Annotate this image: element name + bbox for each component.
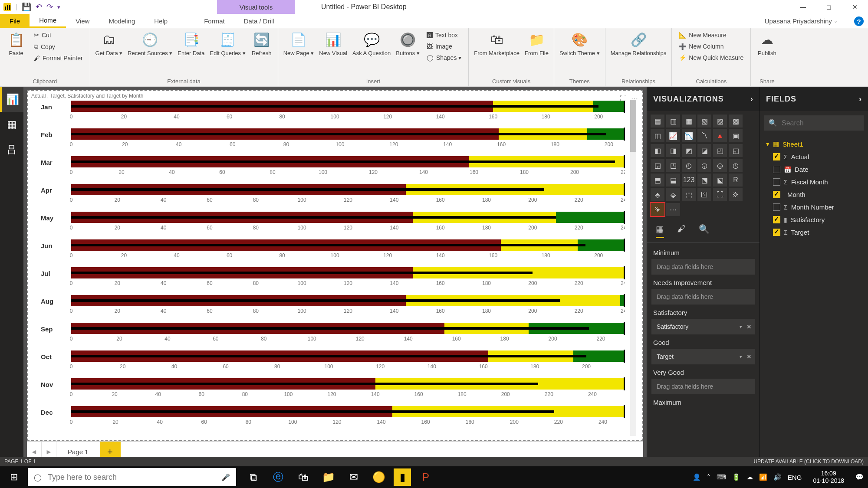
copy-button[interactable]: ⧉ Copy [32, 42, 85, 51]
field-checkbox[interactable] [773, 229, 780, 236]
vis-type-5[interactable]: ▩ [729, 115, 743, 128]
analytics-tab-icon[interactable]: 🔍 [699, 224, 710, 238]
vis-type-35[interactable]: ⛭ [729, 188, 743, 201]
tab-home[interactable]: Home [30, 14, 66, 28]
vis-type-24[interactable]: ⬒ [651, 174, 664, 187]
notifications-icon[interactable]: 💬 [855, 473, 864, 481]
collapse-fields-icon[interactable]: › [859, 95, 862, 104]
language-indicator[interactable]: ENG [788, 474, 802, 481]
vis-type-6[interactable]: ◫ [651, 129, 664, 142]
from-marketplace-button[interactable]: 🛍From Marketplace [474, 31, 519, 56]
start-button[interactable]: ⊞ [0, 466, 28, 488]
edit-queries-button[interactable]: 🧾Edit Queries ▾ [210, 31, 246, 56]
field-month-number[interactable]: ΣMonth Number [764, 201, 864, 213]
signed-in-user[interactable]: Upasana Priyadarshiny ⌄ [765, 14, 838, 28]
field-checkbox[interactable] [773, 166, 780, 173]
field-checkbox[interactable] [773, 203, 780, 211]
powerpoint-icon[interactable]: P [413, 466, 438, 488]
well-good-remove[interactable]: ✕ [746, 353, 752, 360]
task-view-icon[interactable]: ⧉ [240, 466, 266, 488]
vis-type-4[interactable]: ▨ [713, 115, 727, 128]
fields-well-tab[interactable]: ▦ [656, 224, 664, 238]
field-checkbox[interactable] [773, 191, 780, 198]
vis-type-17[interactable]: ◱ [729, 144, 743, 157]
paste-button[interactable]: 📋Paste [5, 31, 27, 56]
buttons-button[interactable]: 🔘Buttons ▾ [396, 31, 420, 56]
qat-customize-icon[interactable]: ▾ [57, 4, 60, 10]
well-needs-drop[interactable]: Drag data fields here [651, 289, 755, 305]
vis-type-28[interactable]: ⬕ [713, 174, 727, 187]
from-file-button[interactable]: 📁From File [525, 31, 549, 56]
new-measure-button[interactable]: 📐 New Measure [677, 31, 745, 39]
well-verygood-drop[interactable]: Drag data fields here [651, 379, 755, 394]
save-icon[interactable]: 💾 [22, 2, 31, 12]
minimize-button[interactable]: — [790, 0, 816, 14]
vis-type-8[interactable]: 📉 [682, 129, 696, 142]
edge-icon[interactable]: ⓔ [266, 466, 291, 488]
vis-type-11[interactable]: ▣ [729, 129, 743, 142]
new-column-button[interactable]: ➕ New Column [677, 42, 745, 51]
taskbar-search[interactable]: ◯ 🎤 [28, 468, 236, 486]
field-satisfactory[interactable]: ▮Satisfactory [764, 213, 864, 226]
vis-type-29[interactable]: R [729, 174, 743, 187]
field-checkbox[interactable] [773, 153, 780, 160]
tab-modeling[interactable]: Modeling [99, 14, 145, 28]
visual-scrollbar[interactable] [630, 100, 636, 436]
contextual-tab-visual-tools[interactable]: Visual tools [217, 0, 295, 14]
well-good-value[interactable]: Target▾✕ [651, 349, 755, 364]
cut-button[interactable]: ✂ Cut [32, 31, 85, 39]
vis-type-26[interactable]: 123 [682, 174, 696, 187]
new-visual-button[interactable]: 📊New Visual [319, 31, 347, 56]
refresh-button[interactable]: 🔄Refresh [251, 31, 273, 56]
mic-icon[interactable]: 🎤 [221, 473, 230, 481]
chrome-icon[interactable]: 🟡 [366, 466, 391, 488]
vis-type-7[interactable]: 📈 [666, 129, 680, 142]
textbox-button[interactable]: 🅰 Text box [425, 31, 463, 39]
shapes-button[interactable]: ◯ Shapes ▾ [425, 53, 463, 62]
explorer-icon[interactable]: 📁 [316, 466, 341, 488]
vis-type-31[interactable]: ⬙ [666, 188, 680, 201]
vis-type-9[interactable]: 〽 [697, 129, 711, 142]
taskbar-search-input[interactable] [48, 473, 215, 482]
enter-data-button[interactable]: 📑Enter Data [178, 31, 204, 56]
switch-theme-button[interactable]: 🎨Switch Theme ▾ [559, 31, 600, 56]
taskbar-clock[interactable]: 16:0901-10-2018 [808, 470, 849, 485]
recent-sources-button[interactable]: 🕘Recent Sources ▾ [128, 31, 172, 56]
fields-search-input[interactable] [782, 119, 868, 127]
fields-search[interactable]: 🔍 [764, 115, 864, 131]
vis-type-13[interactable]: ◨ [666, 144, 680, 157]
maximize-button[interactable]: ◻ [816, 0, 842, 14]
tab-view[interactable]: View [66, 14, 99, 28]
format-painter-button[interactable]: 🖌 Format Painter [32, 54, 85, 62]
keyboard-icon[interactable]: ⌨ [717, 473, 726, 481]
tab-format[interactable]: Format [194, 14, 234, 28]
vis-type-16[interactable]: ◰ [713, 144, 727, 157]
table-sheet1[interactable]: ▾ ▦ Sheet1 [764, 138, 864, 151]
help-icon[interactable]: ? [854, 16, 864, 26]
undo-icon[interactable]: ↶ [36, 2, 42, 12]
model-view-button[interactable]: 吕 [0, 137, 23, 162]
data-view-button[interactable]: ▦ [0, 112, 23, 137]
vis-type-22[interactable]: ◶ [713, 159, 727, 172]
vis-type-27[interactable]: ⬔ [697, 174, 711, 187]
report-canvas[interactable]: Actual , Target, Satisfactory and Target… [27, 90, 643, 441]
collapse-vis-icon[interactable]: › [750, 95, 753, 104]
vis-type-20[interactable]: ◴ [682, 159, 696, 172]
field-actual[interactable]: ΣActual [764, 151, 864, 163]
field-checkbox[interactable] [773, 216, 780, 223]
field-date[interactable]: 📅Date [764, 163, 864, 176]
battery-icon[interactable]: 🔋 [732, 473, 740, 481]
field-target[interactable]: ΣTarget [764, 226, 864, 239]
vis-type-30[interactable]: ⬘ [651, 188, 664, 201]
well-minimum-drop[interactable]: Drag data fields here [651, 259, 755, 275]
vis-type-18[interactable]: ◲ [651, 159, 664, 172]
field-checkbox[interactable] [773, 178, 780, 186]
vis-type-21[interactable]: ◵ [697, 159, 711, 172]
well-sat-value[interactable]: Satisfactory▾✕ [651, 319, 755, 334]
format-tab-icon[interactable]: 🖌 [677, 224, 686, 238]
vis-type-2[interactable]: ▦ [682, 115, 696, 128]
vis-type-32[interactable]: ⬚ [682, 188, 696, 201]
vis-type-10[interactable]: 🔺 [713, 129, 727, 142]
vis-type-0[interactable]: ▤ [651, 115, 664, 128]
store-icon[interactable]: 🛍 [291, 466, 316, 488]
